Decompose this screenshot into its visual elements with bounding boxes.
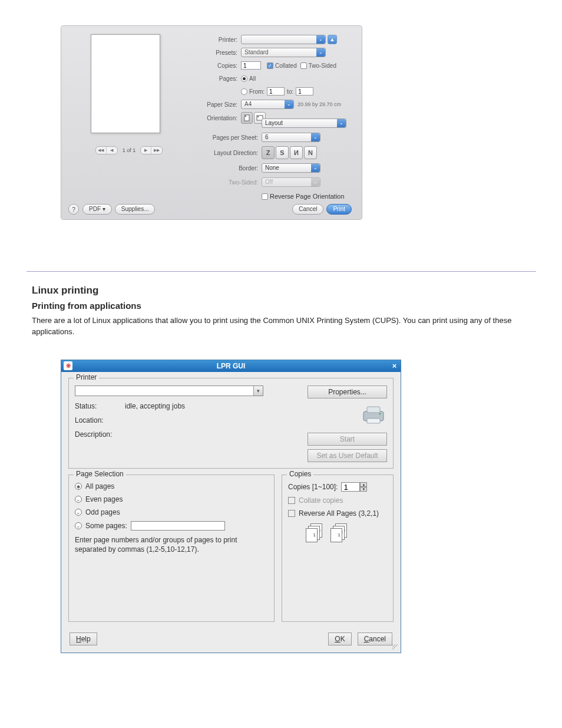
close-icon[interactable]: × — [390, 361, 399, 370]
last-page-button[interactable]: ▶▶ — [151, 147, 162, 154]
even-pages-label: Even pages — [85, 495, 123, 503]
paper-size-select[interactable]: A4 — [241, 100, 294, 109]
mac-print-dialog: ◀◀ ◀ 1 of 1 ▶ ▶▶ Printer: ▲ Pres — [61, 25, 362, 220]
pages-to-input[interactable] — [296, 87, 313, 95]
location-label: Location: — [75, 416, 125, 424]
even-pages-radio[interactable] — [75, 496, 82, 503]
reverse-orientation-label: Reverse Page Orientation — [270, 193, 345, 200]
odd-pages-label: Odd pages — [85, 508, 120, 516]
pages-from-radio[interactable] — [241, 88, 247, 95]
pages-all-label: All — [249, 75, 256, 82]
linux-subheading: Printing from applications — [32, 301, 141, 311]
some-pages-radio[interactable] — [75, 522, 82, 529]
odd-pages-radio[interactable] — [75, 509, 82, 516]
cancel-button[interactable]: Cancel — [292, 204, 323, 215]
layout-dir-3-button[interactable]: И — [290, 146, 303, 159]
cp-count-label: Copies [1~100]: — [288, 483, 338, 491]
collate-checkbox[interactable] — [288, 497, 295, 504]
copies-up-button[interactable]: ▲ — [360, 482, 367, 487]
collapse-toggle-button[interactable]: ▲ — [328, 35, 337, 44]
stack-icon: 321 — [306, 523, 326, 543]
pdf-menu-button[interactable]: PDF ▾ — [82, 204, 112, 215]
preview-pane: ◀◀ ◀ 1 of 1 ▶ ▶▶ — [91, 34, 167, 154]
paper-dims: 20.99 by 29.70 cm — [297, 101, 341, 107]
collated-label: Collated — [275, 62, 297, 69]
pages-label: Pages: — [197, 75, 241, 82]
ok-button[interactable]: OK — [328, 633, 351, 645]
svg-point-7 — [379, 413, 381, 415]
status-label: Status: — [75, 402, 125, 410]
two-sided-label: Two-Sided: — [203, 179, 262, 186]
border-select[interactable]: None — [262, 163, 320, 173]
linux-heading: Linux printing — [32, 285, 98, 297]
set-default-button[interactable]: Set as User Default — [308, 449, 387, 462]
pages-per-sheet-select[interactable]: 6 — [262, 133, 320, 142]
reverse-checkbox[interactable] — [288, 510, 295, 517]
svg-rect-3 — [257, 116, 259, 117]
page-selection-fieldset: Page Selection All pages Even pages Odd … — [68, 475, 275, 622]
lpr-title-text: LPR GUI — [217, 362, 246, 370]
lpr-footer: Help OK Cancel — [61, 633, 401, 645]
chevron-down-icon — [311, 178, 320, 186]
next-page-button[interactable]: ▶ — [141, 147, 151, 154]
chevron-down-icon — [316, 48, 325, 57]
pages-all-radio[interactable] — [241, 75, 247, 82]
copies-input[interactable] — [341, 482, 360, 492]
reverse-label: Reverse All Pages (3,2,1) — [299, 509, 379, 518]
some-pages-label: Some pages: — [85, 522, 127, 530]
stack-icon: 321 — [330, 523, 351, 543]
linux-p1: There are a lot of Linux applications th… — [32, 315, 515, 338]
printer-select[interactable]: ▾ — [75, 386, 263, 396]
help-button[interactable]: Help — [70, 633, 97, 645]
supplies-button[interactable]: Supplies... — [115, 204, 156, 215]
layout-dir-2-button[interactable]: S — [276, 146, 289, 159]
collated-checkbox[interactable]: ✓ — [267, 62, 273, 69]
start-button[interactable]: Start — [308, 433, 387, 446]
border-label: Border: — [203, 165, 262, 172]
first-page-button[interactable]: ◀◀ — [96, 147, 107, 154]
some-pages-input[interactable] — [131, 521, 225, 531]
pages-from-input[interactable] — [267, 87, 285, 95]
dir-label: Layout Direction: — [203, 150, 262, 156]
app-icon: ❊ — [64, 361, 72, 370]
chevron-down-icon: ▾ — [253, 386, 263, 396]
lpr-dialog: ❊ LPR GUI × Printer ▾ Status: idle, acce… — [61, 360, 401, 653]
all-pages-radio[interactable] — [75, 483, 82, 490]
chevron-down-icon — [337, 119, 346, 127]
chevron-down-icon — [311, 164, 320, 172]
copies-fieldset: Copies Copies [1~100]: ▲ ▼ Collate copie… — [282, 475, 394, 622]
presets-select[interactable]: Standard — [241, 48, 326, 57]
printer-select[interactable] — [241, 35, 326, 44]
section-select[interactable]: Layout — [262, 118, 346, 128]
reverse-orientation-checkbox[interactable] — [262, 193, 268, 200]
properties-button[interactable]: Properties... — [308, 386, 387, 398]
ps-legend: Page Selection — [74, 470, 126, 478]
printer-legend: Printer — [74, 373, 99, 381]
prev-page-button[interactable]: ◀ — [107, 147, 117, 154]
pages-to-label: to: — [287, 88, 293, 95]
layout-dir-4-button[interactable]: N — [304, 146, 317, 159]
page-counter: 1 of 1 — [123, 147, 136, 153]
resize-grip-icon[interactable] — [392, 644, 399, 651]
cancel-button[interactable]: Cancel — [358, 633, 392, 645]
lpr-titlebar: ❊ LPR GUI × — [61, 360, 401, 372]
description-label: Description: — [75, 430, 125, 439]
layout-dir-1-button[interactable]: Z — [262, 146, 275, 159]
pps-label: Pages per Sheet: — [203, 134, 262, 141]
copies-input[interactable] — [241, 61, 261, 70]
preview-page — [91, 34, 160, 133]
nav-fwd-group: ▶ ▶▶ — [140, 146, 163, 154]
all-pages-label: All pages — [85, 482, 114, 490]
two-sided-checkbox[interactable] — [300, 62, 307, 69]
mac-fields: Printer: ▲ Presets: Standard Copies: ✓ — [197, 34, 356, 126]
print-button[interactable]: Print — [326, 204, 352, 215]
svg-rect-1 — [245, 116, 246, 117]
help-button[interactable]: ? — [68, 204, 79, 215]
chevron-down-icon — [311, 133, 320, 141]
chevron-down-icon — [316, 35, 325, 44]
presets-label: Presets: — [197, 50, 241, 56]
printer-fieldset: Printer ▾ Status: idle, accepting jobs L… — [68, 378, 394, 469]
printer-label: Printer: — [197, 37, 241, 43]
lpr-body: Printer ▾ Status: idle, accepting jobs L… — [61, 372, 401, 634]
copies-down-button[interactable]: ▼ — [360, 487, 367, 492]
